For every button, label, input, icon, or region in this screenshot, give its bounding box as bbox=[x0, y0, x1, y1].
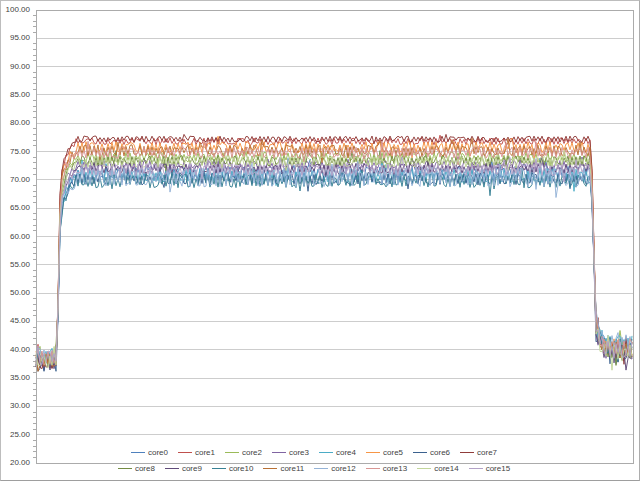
legend-item-core12[interactable]: core12 bbox=[314, 464, 355, 474]
y-axis-tick-label: 45.00 bbox=[1, 316, 30, 326]
legend-line-swatch bbox=[118, 468, 132, 469]
legend-item-core14[interactable]: core14 bbox=[417, 464, 458, 474]
legend-item-core6[interactable]: core6 bbox=[413, 448, 450, 458]
legend-label: core4 bbox=[336, 448, 356, 458]
legend-label: core0 bbox=[148, 448, 168, 458]
legend-label: core1 bbox=[195, 448, 215, 458]
legend-line-swatch bbox=[131, 452, 145, 453]
legend-item-core9[interactable]: core9 bbox=[165, 464, 202, 474]
series-line-core0[interactable] bbox=[36, 158, 632, 366]
series-line-core15[interactable] bbox=[36, 157, 632, 364]
series-line-core9[interactable] bbox=[36, 158, 632, 370]
legend-row-1: core0core1core2core3core4core5core6core7 bbox=[0, 447, 633, 458]
legend-label: core8 bbox=[135, 464, 155, 474]
legend-line-swatch bbox=[225, 452, 239, 453]
legend-line-swatch bbox=[212, 468, 226, 469]
legend-row-2: core8core9core10core11core12core13core14… bbox=[0, 463, 633, 474]
legend-line-swatch bbox=[319, 452, 333, 453]
series-line-core3[interactable] bbox=[36, 157, 632, 370]
legend-item-core15[interactable]: core15 bbox=[469, 464, 510, 474]
legend-line-swatch bbox=[314, 468, 328, 469]
legend-item-core2[interactable]: core2 bbox=[225, 448, 262, 458]
legend-label: core2 bbox=[242, 448, 262, 458]
y-axis-tick-label: 65.00 bbox=[1, 203, 30, 213]
legend-label: core13 bbox=[383, 464, 407, 474]
series-line-core12[interactable] bbox=[36, 158, 632, 363]
legend-line-swatch bbox=[178, 452, 192, 453]
legend-line-swatch bbox=[263, 468, 277, 469]
legend-line-swatch bbox=[366, 468, 380, 469]
legend-item-core5[interactable]: core5 bbox=[366, 448, 403, 458]
legend-label: core14 bbox=[434, 464, 458, 474]
legend-line-swatch bbox=[165, 468, 179, 469]
y-axis-tick-label: 30.00 bbox=[1, 401, 30, 411]
y-axis-tick-label: 70.00 bbox=[1, 175, 30, 185]
y-axis-tick-label: 90.00 bbox=[1, 62, 30, 72]
y-axis-tick-label: 25.00 bbox=[1, 430, 30, 440]
y-axis-tick-label: 95.00 bbox=[1, 33, 30, 43]
legend-label: core10 bbox=[229, 464, 253, 474]
legend-item-core3[interactable]: core3 bbox=[272, 448, 309, 458]
legend-item-core7[interactable]: core7 bbox=[460, 448, 497, 458]
plot-canvas bbox=[1, 1, 640, 481]
legend-label: core9 bbox=[182, 464, 202, 474]
legend-item-core4[interactable]: core4 bbox=[319, 448, 356, 458]
series-line-core4[interactable] bbox=[36, 159, 632, 363]
legend-line-swatch bbox=[469, 468, 483, 469]
y-axis-tick-label: 85.00 bbox=[1, 90, 30, 100]
legend-line-swatch bbox=[366, 452, 380, 453]
legend-line-swatch bbox=[413, 452, 427, 453]
legend-item-core11[interactable]: core11 bbox=[263, 464, 304, 474]
legend-label: core7 bbox=[477, 448, 497, 458]
legend-label: core11 bbox=[280, 464, 304, 474]
legend-line-swatch bbox=[417, 468, 431, 469]
legend-line-swatch bbox=[460, 452, 474, 453]
series-line-core6[interactable] bbox=[36, 166, 632, 371]
legend-item-core1[interactable]: core1 bbox=[178, 448, 215, 458]
legend-item-core13[interactable]: core13 bbox=[366, 464, 407, 474]
series-line-core10[interactable] bbox=[36, 168, 632, 365]
legend-label: core15 bbox=[486, 464, 510, 474]
legend-item-core10[interactable]: core10 bbox=[212, 464, 253, 474]
legend-label: core6 bbox=[430, 448, 450, 458]
y-axis-tick-label: 60.00 bbox=[1, 232, 30, 242]
y-axis-tick-label: 80.00 bbox=[1, 118, 30, 128]
y-axis-tick-label: 100.00 bbox=[1, 5, 30, 15]
legend-label: core3 bbox=[289, 448, 309, 458]
legend-item-core8[interactable]: core8 bbox=[118, 464, 155, 474]
cpu-core-temperature-chart[interactable]: 100.0095.0090.0085.0080.0075.0070.0065.0… bbox=[0, 0, 640, 481]
y-axis-tick-label: 75.00 bbox=[1, 147, 30, 157]
legend-label: core5 bbox=[383, 448, 403, 458]
y-axis-tick-label: 55.00 bbox=[1, 260, 30, 270]
legend-line-swatch bbox=[272, 452, 286, 453]
y-axis-tick-label: 40.00 bbox=[1, 345, 30, 355]
legend-label: core12 bbox=[331, 464, 355, 474]
legend-item-core0[interactable]: core0 bbox=[131, 448, 168, 458]
y-axis-tick-label: 35.00 bbox=[1, 373, 30, 383]
series-lines bbox=[36, 134, 632, 371]
gridlines bbox=[36, 10, 633, 463]
y-axis-tick-label: 50.00 bbox=[1, 288, 30, 298]
